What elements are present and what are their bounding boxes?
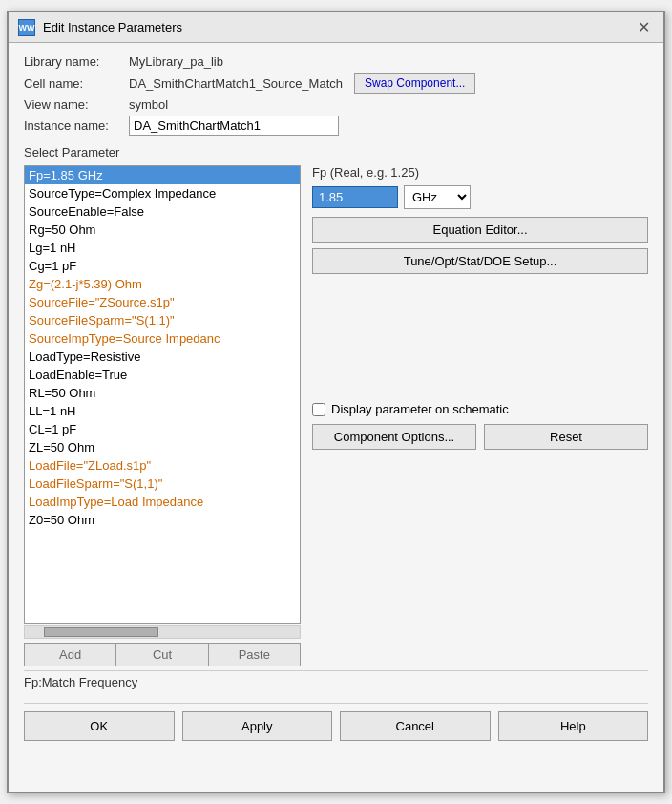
library-value: MyLibrary_pa_lib xyxy=(129,54,223,69)
add-button[interactable]: Add xyxy=(24,643,116,666)
display-on-schematic-checkbox[interactable] xyxy=(312,403,326,416)
param-list: Fp=1.85 GHzSourceType=Complex ImpedanceS… xyxy=(25,166,300,529)
bottom-buttons: OK Apply Cancel Help xyxy=(24,703,648,749)
horizontal-scrollbar[interactable] xyxy=(24,625,301,639)
param-item[interactable]: LoadFile="ZLoad.s1p" xyxy=(25,456,300,475)
dialog-icon: WW xyxy=(18,19,35,36)
view-row: View name: symbol xyxy=(24,97,648,112)
library-row: Library name: MyLibrary_pa_lib xyxy=(24,54,648,69)
dialog-content: Library name: MyLibrary_pa_lib Cell name… xyxy=(9,43,663,760)
display-checkbox-row: Display parameter on schematic xyxy=(312,402,648,416)
param-item[interactable]: CL=1 pF xyxy=(25,420,300,438)
param-list-container[interactable]: Fp=1.85 GHzSourceType=Complex ImpedanceS… xyxy=(24,165,301,624)
param-item[interactable]: ZL=50 Ohm xyxy=(25,438,300,456)
component-options-row: Component Options... Reset xyxy=(312,424,648,450)
main-panel: Fp=1.85 GHzSourceType=Complex ImpedanceS… xyxy=(24,165,648,666)
left-panel: Fp=1.85 GHzSourceType=Complex ImpedanceS… xyxy=(24,165,301,666)
unit-select[interactable]: GHzMHzkHzHz xyxy=(404,185,471,209)
status-bar: Fp:Match Frequency xyxy=(24,670,648,693)
select-param-label: Select Parameter xyxy=(24,145,648,159)
param-item[interactable]: LoadType=Resistive xyxy=(25,348,300,366)
cell-row: Cell name: DA_SmithChartMatch1_Source_Ma… xyxy=(24,73,648,94)
cut-button[interactable]: Cut xyxy=(116,643,207,666)
instance-name-input[interactable] xyxy=(129,116,339,136)
dialog-title: Edit Instance Parameters xyxy=(43,20,182,34)
param-value-input[interactable] xyxy=(312,186,398,208)
param-item[interactable]: Fp=1.85 GHz xyxy=(25,166,300,184)
instance-label: Instance name: xyxy=(24,118,129,133)
tune-setup-button[interactable]: Tune/Opt/Stat/DOE Setup... xyxy=(312,248,648,274)
right-panel: Fp (Real, e.g. 1.25) GHzMHzkHzHz Equatio… xyxy=(312,165,648,666)
cancel-button[interactable]: Cancel xyxy=(340,711,491,741)
param-item[interactable]: Zg=(2.1-j*5.39) Ohm xyxy=(25,275,300,293)
value-row: GHzMHzkHzHz xyxy=(312,185,648,209)
display-on-schematic-label: Display parameter on schematic xyxy=(331,402,509,416)
param-item[interactable]: SourceType=Complex Impedance xyxy=(25,184,300,202)
ok-button[interactable]: OK xyxy=(24,711,175,741)
param-item[interactable]: SourceImpType=Source Impedanc xyxy=(25,329,300,348)
cell-label: Cell name: xyxy=(24,76,129,91)
hscroll-thumb xyxy=(44,627,158,637)
swap-component-button[interactable]: Swap Component... xyxy=(354,73,475,94)
library-label: Library name: xyxy=(24,54,129,69)
equation-editor-button[interactable]: Equation Editor... xyxy=(312,217,648,243)
paste-button[interactable]: Paste xyxy=(208,643,301,666)
component-options-button[interactable]: Component Options... xyxy=(312,424,476,450)
close-button[interactable]: ✕ xyxy=(634,18,654,36)
param-hint: Fp (Real, e.g. 1.25) xyxy=(312,165,648,180)
param-item[interactable]: LoadFileSparm="S(1,1)" xyxy=(25,475,300,493)
view-label: View name: xyxy=(24,97,129,112)
title-bar: WW Edit Instance Parameters ✕ xyxy=(9,12,663,43)
param-item[interactable]: SourceFileSparm="S(1,1)" xyxy=(25,311,300,329)
cell-value: DA_SmithChartMatch1_Source_Match xyxy=(129,76,343,91)
instance-row: Instance name: xyxy=(24,116,648,136)
param-item[interactable]: Rg=50 Ohm xyxy=(25,221,300,239)
view-value: symbol xyxy=(129,97,168,112)
list-actions: Add Cut Paste xyxy=(24,643,301,666)
apply-button[interactable]: Apply xyxy=(182,711,333,741)
reset-button[interactable]: Reset xyxy=(484,424,648,450)
param-item[interactable]: LoadImpType=Load Impedance xyxy=(25,493,300,511)
status-text: Fp:Match Frequency xyxy=(24,675,137,689)
help-button[interactable]: Help xyxy=(498,711,649,741)
param-item[interactable]: Lg=1 nH xyxy=(25,239,300,257)
edit-instance-dialog: WW Edit Instance Parameters ✕ Library na… xyxy=(7,11,665,793)
param-item[interactable]: SourceEnable=False xyxy=(25,202,300,221)
title-bar-left: WW Edit Instance Parameters xyxy=(18,19,182,36)
param-item[interactable]: Cg=1 pF xyxy=(25,257,300,275)
param-item[interactable]: Z0=50 Ohm xyxy=(25,511,300,529)
param-item[interactable]: RL=50 Ohm xyxy=(25,384,300,402)
param-item[interactable]: LL=1 nH xyxy=(25,402,300,420)
param-item[interactable]: SourceFile="ZSource.s1p" xyxy=(25,293,300,311)
param-item[interactable]: LoadEnable=True xyxy=(25,366,300,384)
